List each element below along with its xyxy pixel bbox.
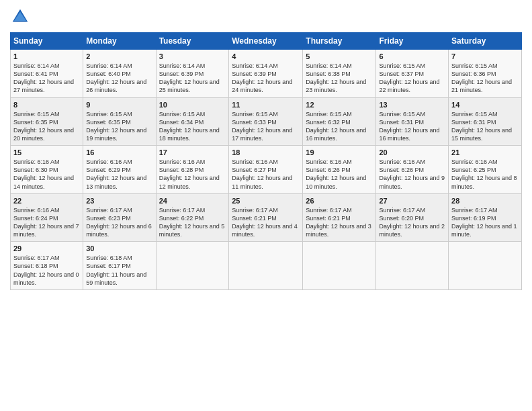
calendar-cell: 17 Sunrise: 6:16 AM Sunset: 6:28 PM Dayl…	[156, 146, 229, 194]
header	[10, 7, 522, 27]
day-number: 8	[13, 101, 80, 109]
calendar-cell: 19 Sunrise: 6:16 AM Sunset: 6:26 PM Dayl…	[303, 146, 376, 194]
day-content: Sunrise: 6:14 AM Sunset: 6:40 PM Dayligh…	[86, 62, 152, 95]
day-content: Sunrise: 6:18 AM Sunset: 6:17 PM Dayligh…	[86, 254, 152, 287]
calendar-cell: 8 Sunrise: 6:15 AM Sunset: 6:35 PM Dayli…	[11, 97, 83, 146]
calendar-cell	[156, 242, 229, 290]
calendar-cell: 25 Sunrise: 6:17 AM Sunset: 6:21 PM Dayl…	[229, 193, 303, 242]
day-number: 11	[232, 101, 300, 109]
calendar-cell: 3 Sunrise: 6:14 AM Sunset: 6:39 PM Dayli…	[156, 50, 229, 98]
calendar-cell: 21 Sunrise: 6:16 AM Sunset: 6:25 PM Dayl…	[449, 146, 522, 194]
day-number: 26	[306, 197, 373, 205]
day-number: 1	[13, 52, 80, 60]
weekday-friday: Friday	[376, 33, 449, 50]
day-number: 25	[232, 197, 300, 205]
calendar-cell: 22 Sunrise: 6:16 AM Sunset: 6:24 PM Dayl…	[11, 193, 83, 242]
week-row-1: 1 Sunrise: 6:14 AM Sunset: 6:41 PM Dayli…	[11, 50, 522, 98]
weekday-thursday: Thursday	[303, 33, 376, 50]
day-number: 19	[306, 148, 373, 156]
day-number: 16	[86, 148, 152, 156]
week-row-5: 29 Sunrise: 6:17 AM Sunset: 6:18 PM Dayl…	[11, 242, 522, 290]
day-number: 6	[379, 52, 445, 60]
day-content: Sunrise: 6:15 AM Sunset: 6:35 PM Dayligh…	[86, 110, 152, 143]
day-number: 2	[86, 52, 152, 60]
calendar-cell: 24 Sunrise: 6:17 AM Sunset: 6:22 PM Dayl…	[156, 193, 229, 242]
week-row-2: 8 Sunrise: 6:15 AM Sunset: 6:35 PM Dayli…	[11, 97, 522, 146]
weekday-header-row: SundayMondayTuesdayWednesdayThursdayFrid…	[11, 33, 522, 50]
day-content: Sunrise: 6:16 AM Sunset: 6:29 PM Dayligh…	[86, 158, 152, 191]
day-content: Sunrise: 6:17 AM Sunset: 6:21 PM Dayligh…	[232, 206, 300, 239]
day-content: Sunrise: 6:17 AM Sunset: 6:18 PM Dayligh…	[13, 254, 80, 287]
calendar-cell: 6 Sunrise: 6:15 AM Sunset: 6:37 PM Dayli…	[376, 50, 449, 98]
calendar-cell: 5 Sunrise: 6:14 AM Sunset: 6:38 PM Dayli…	[303, 50, 376, 98]
day-number: 21	[451, 148, 519, 156]
day-number: 17	[159, 148, 226, 156]
calendar-cell: 2 Sunrise: 6:14 AM Sunset: 6:40 PM Dayli…	[83, 50, 156, 98]
day-number: 28	[451, 197, 519, 205]
day-content: Sunrise: 6:16 AM Sunset: 6:30 PM Dayligh…	[13, 158, 80, 191]
day-content: Sunrise: 6:14 AM Sunset: 6:38 PM Dayligh…	[306, 62, 373, 95]
weekday-tuesday: Tuesday	[156, 33, 229, 50]
day-number: 15	[13, 148, 80, 156]
calendar-cell: 28 Sunrise: 6:17 AM Sunset: 6:19 PM Dayl…	[449, 193, 522, 242]
day-content: Sunrise: 6:14 AM Sunset: 6:41 PM Dayligh…	[13, 62, 80, 95]
weekday-saturday: Saturday	[449, 33, 522, 50]
calendar-cell: 27 Sunrise: 6:17 AM Sunset: 6:20 PM Dayl…	[376, 193, 449, 242]
calendar-table: SundayMondayTuesdayWednesdayThursdayFrid…	[10, 32, 522, 290]
week-row-3: 15 Sunrise: 6:16 AM Sunset: 6:30 PM Dayl…	[11, 146, 522, 194]
calendar-cell: 29 Sunrise: 6:17 AM Sunset: 6:18 PM Dayl…	[11, 242, 83, 290]
day-number: 3	[159, 52, 226, 60]
calendar-cell: 10 Sunrise: 6:15 AM Sunset: 6:34 PM Dayl…	[156, 97, 229, 146]
calendar-cell: 11 Sunrise: 6:15 AM Sunset: 6:33 PM Dayl…	[229, 97, 303, 146]
day-number: 14	[451, 101, 519, 109]
day-content: Sunrise: 6:14 AM Sunset: 6:39 PM Dayligh…	[159, 62, 226, 95]
day-content: Sunrise: 6:16 AM Sunset: 6:26 PM Dayligh…	[306, 158, 373, 191]
day-content: Sunrise: 6:15 AM Sunset: 6:31 PM Dayligh…	[379, 110, 445, 143]
week-row-4: 22 Sunrise: 6:16 AM Sunset: 6:24 PM Dayl…	[11, 193, 522, 242]
day-content: Sunrise: 6:15 AM Sunset: 6:32 PM Dayligh…	[306, 110, 373, 143]
day-content: Sunrise: 6:15 AM Sunset: 6:33 PM Dayligh…	[232, 110, 300, 143]
day-content: Sunrise: 6:14 AM Sunset: 6:39 PM Dayligh…	[232, 62, 300, 95]
calendar-cell: 1 Sunrise: 6:14 AM Sunset: 6:41 PM Dayli…	[11, 50, 83, 98]
day-content: Sunrise: 6:16 AM Sunset: 6:26 PM Dayligh…	[379, 158, 445, 191]
day-content: Sunrise: 6:17 AM Sunset: 6:23 PM Dayligh…	[86, 206, 152, 239]
weekday-monday: Monday	[83, 33, 156, 50]
day-number: 29	[13, 244, 80, 253]
weekday-wednesday: Wednesday	[229, 33, 303, 50]
calendar-cell: 16 Sunrise: 6:16 AM Sunset: 6:29 PM Dayl…	[83, 146, 156, 194]
day-number: 23	[86, 197, 152, 205]
day-number: 13	[379, 101, 445, 109]
calendar-cell: 14 Sunrise: 6:15 AM Sunset: 6:31 PM Dayl…	[449, 97, 522, 146]
calendar-cell	[449, 242, 522, 290]
day-number: 10	[159, 101, 226, 109]
weekday-sunday: Sunday	[11, 33, 83, 50]
day-number: 24	[159, 197, 226, 205]
day-content: Sunrise: 6:16 AM Sunset: 6:24 PM Dayligh…	[13, 206, 80, 239]
logo	[10, 7, 33, 27]
day-number: 27	[379, 197, 445, 205]
day-number: 7	[451, 52, 519, 60]
calendar-cell: 4 Sunrise: 6:14 AM Sunset: 6:39 PM Dayli…	[229, 50, 303, 98]
calendar-cell: 12 Sunrise: 6:15 AM Sunset: 6:32 PM Dayl…	[303, 97, 376, 146]
page: SundayMondayTuesdayWednesdayThursdayFrid…	[0, 0, 532, 411]
day-content: Sunrise: 6:15 AM Sunset: 6:37 PM Dayligh…	[379, 62, 445, 95]
calendar-cell: 18 Sunrise: 6:16 AM Sunset: 6:27 PM Dayl…	[229, 146, 303, 194]
day-content: Sunrise: 6:16 AM Sunset: 6:25 PM Dayligh…	[451, 158, 519, 191]
day-number: 20	[379, 148, 445, 156]
calendar-cell: 7 Sunrise: 6:15 AM Sunset: 6:36 PM Dayli…	[449, 50, 522, 98]
calendar-cell: 20 Sunrise: 6:16 AM Sunset: 6:26 PM Dayl…	[376, 146, 449, 194]
day-content: Sunrise: 6:15 AM Sunset: 6:31 PM Dayligh…	[451, 110, 519, 143]
day-number: 30	[86, 244, 152, 253]
calendar-cell: 9 Sunrise: 6:15 AM Sunset: 6:35 PM Dayli…	[83, 97, 156, 146]
day-content: Sunrise: 6:17 AM Sunset: 6:20 PM Dayligh…	[379, 206, 445, 239]
calendar-cell: 13 Sunrise: 6:15 AM Sunset: 6:31 PM Dayl…	[376, 97, 449, 146]
day-number: 18	[232, 148, 300, 156]
calendar-cell: 26 Sunrise: 6:17 AM Sunset: 6:21 PM Dayl…	[303, 193, 376, 242]
day-number: 12	[306, 101, 373, 109]
logo-icon	[10, 7, 30, 27]
day-content: Sunrise: 6:15 AM Sunset: 6:36 PM Dayligh…	[451, 62, 519, 95]
day-number: 5	[306, 52, 373, 60]
calendar-cell	[229, 242, 303, 290]
day-number: 9	[86, 101, 152, 109]
day-content: Sunrise: 6:16 AM Sunset: 6:27 PM Dayligh…	[232, 158, 300, 191]
